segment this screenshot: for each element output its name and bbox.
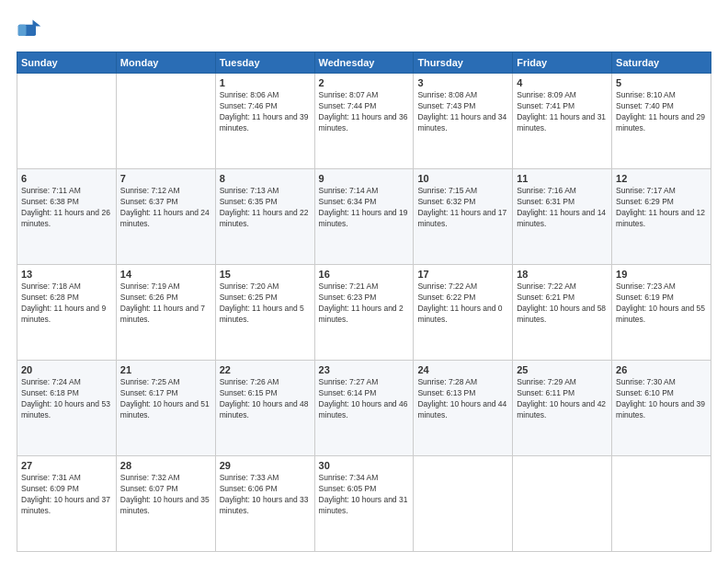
calendar-cell: 6Sunrise: 7:11 AM Sunset: 6:38 PM Daylig… — [17, 169, 117, 265]
day-info: Sunrise: 8:06 AM Sunset: 7:46 PM Dayligh… — [220, 90, 311, 134]
day-number: 28 — [120, 460, 211, 471]
day-info: Sunrise: 7:27 AM Sunset: 6:14 PM Dayligh… — [319, 377, 410, 421]
calendar-cell: 22Sunrise: 7:26 AM Sunset: 6:15 PM Dayli… — [215, 361, 314, 456]
weekday-header-row: SundayMondayTuesdayWednesdayThursdayFrid… — [17, 52, 711, 74]
calendar-cell: 7Sunrise: 7:12 AM Sunset: 6:37 PM Daylig… — [116, 169, 215, 265]
logo — [17, 17, 46, 42]
day-number: 4 — [517, 77, 608, 88]
weekday-header-sunday: Sunday — [17, 52, 117, 74]
weekday-header-tuesday: Tuesday — [215, 52, 314, 74]
calendar-cell: 1Sunrise: 8:06 AM Sunset: 7:46 PM Daylig… — [215, 74, 314, 169]
day-info: Sunrise: 7:33 AM Sunset: 6:06 PM Dayligh… — [220, 473, 311, 517]
day-info: Sunrise: 7:21 AM Sunset: 6:23 PM Dayligh… — [319, 282, 410, 326]
day-info: Sunrise: 7:29 AM Sunset: 6:11 PM Dayligh… — [517, 377, 608, 421]
svg-rect-2 — [18, 25, 27, 36]
calendar-cell: 21Sunrise: 7:25 AM Sunset: 6:17 PM Dayli… — [116, 361, 215, 456]
day-number: 12 — [616, 173, 707, 184]
logo-icon — [17, 17, 42, 42]
day-number: 30 — [319, 460, 410, 471]
day-number: 22 — [220, 364, 311, 375]
day-number: 8 — [220, 173, 311, 184]
day-number: 26 — [616, 364, 707, 375]
day-info: Sunrise: 8:10 AM Sunset: 7:40 PM Dayligh… — [616, 90, 707, 134]
day-number: 25 — [517, 364, 608, 375]
svg-marker-1 — [33, 20, 41, 27]
calendar-cell: 16Sunrise: 7:21 AM Sunset: 6:23 PM Dayli… — [314, 265, 414, 361]
day-number: 5 — [616, 77, 707, 88]
calendar-cell: 24Sunrise: 7:28 AM Sunset: 6:13 PM Dayli… — [414, 361, 513, 456]
calendar-cell: 18Sunrise: 7:22 AM Sunset: 6:21 PM Dayli… — [513, 265, 612, 361]
day-number: 20 — [21, 364, 112, 375]
day-number: 3 — [417, 77, 508, 88]
day-number: 14 — [120, 269, 211, 280]
day-number: 21 — [120, 364, 211, 375]
day-info: Sunrise: 7:24 AM Sunset: 6:18 PM Dayligh… — [21, 377, 112, 421]
calendar-cell: 4Sunrise: 8:09 AM Sunset: 7:41 PM Daylig… — [513, 74, 612, 169]
weekday-header-saturday: Saturday — [612, 52, 711, 74]
calendar-cell: 15Sunrise: 7:20 AM Sunset: 6:25 PM Dayli… — [215, 265, 314, 361]
week-row-5: 27Sunrise: 7:31 AM Sunset: 6:09 PM Dayli… — [17, 456, 711, 552]
day-number: 11 — [517, 173, 608, 184]
day-info: Sunrise: 7:22 AM Sunset: 6:21 PM Dayligh… — [517, 282, 608, 326]
week-row-1: 1Sunrise: 8:06 AM Sunset: 7:46 PM Daylig… — [17, 74, 711, 169]
day-info: Sunrise: 7:16 AM Sunset: 6:31 PM Dayligh… — [517, 186, 608, 230]
calendar-cell — [17, 74, 117, 169]
week-row-2: 6Sunrise: 7:11 AM Sunset: 6:38 PM Daylig… — [17, 169, 711, 265]
calendar-cell: 23Sunrise: 7:27 AM Sunset: 6:14 PM Dayli… — [314, 361, 414, 456]
day-info: Sunrise: 7:20 AM Sunset: 6:25 PM Dayligh… — [220, 282, 311, 326]
calendar-cell: 17Sunrise: 7:22 AM Sunset: 6:22 PM Dayli… — [414, 265, 513, 361]
day-info: Sunrise: 7:34 AM Sunset: 6:05 PM Dayligh… — [319, 473, 410, 517]
calendar-table: SundayMondayTuesdayWednesdayThursdayFrid… — [17, 52, 711, 552]
calendar-cell: 2Sunrise: 8:07 AM Sunset: 7:44 PM Daylig… — [314, 74, 414, 169]
day-info: Sunrise: 8:08 AM Sunset: 7:43 PM Dayligh… — [417, 90, 508, 134]
day-info: Sunrise: 7:31 AM Sunset: 6:09 PM Dayligh… — [21, 473, 112, 517]
week-row-4: 20Sunrise: 7:24 AM Sunset: 6:18 PM Dayli… — [17, 361, 711, 456]
day-number: 24 — [417, 364, 508, 375]
day-number: 29 — [220, 460, 311, 471]
calendar-cell: 11Sunrise: 7:16 AM Sunset: 6:31 PM Dayli… — [513, 169, 612, 265]
day-info: Sunrise: 8:09 AM Sunset: 7:41 PM Dayligh… — [517, 90, 608, 134]
day-number: 6 — [21, 173, 112, 184]
day-number: 19 — [616, 269, 707, 280]
day-number: 13 — [21, 269, 112, 280]
day-info: Sunrise: 7:25 AM Sunset: 6:17 PM Dayligh… — [120, 377, 211, 421]
calendar-cell — [116, 74, 215, 169]
weekday-header-monday: Monday — [116, 52, 215, 74]
day-number: 27 — [21, 460, 112, 471]
weekday-header-thursday: Thursday — [414, 52, 513, 74]
header — [17, 17, 711, 42]
calendar-cell: 20Sunrise: 7:24 AM Sunset: 6:18 PM Dayli… — [17, 361, 117, 456]
calendar-cell: 29Sunrise: 7:33 AM Sunset: 6:06 PM Dayli… — [215, 456, 314, 552]
calendar-cell: 26Sunrise: 7:30 AM Sunset: 6:10 PM Dayli… — [612, 361, 711, 456]
day-info: Sunrise: 7:14 AM Sunset: 6:34 PM Dayligh… — [319, 186, 410, 230]
day-info: Sunrise: 7:28 AM Sunset: 6:13 PM Dayligh… — [417, 377, 508, 421]
day-info: Sunrise: 7:18 AM Sunset: 6:28 PM Dayligh… — [21, 282, 112, 326]
weekday-header-friday: Friday — [513, 52, 612, 74]
day-number: 10 — [417, 173, 508, 184]
day-info: Sunrise: 7:23 AM Sunset: 6:19 PM Dayligh… — [616, 282, 707, 326]
calendar-cell: 5Sunrise: 8:10 AM Sunset: 7:40 PM Daylig… — [612, 74, 711, 169]
day-number: 16 — [319, 269, 410, 280]
calendar-cell — [513, 456, 612, 552]
calendar-cell: 25Sunrise: 7:29 AM Sunset: 6:11 PM Dayli… — [513, 361, 612, 456]
day-info: Sunrise: 7:13 AM Sunset: 6:35 PM Dayligh… — [220, 186, 311, 230]
calendar-cell: 3Sunrise: 8:08 AM Sunset: 7:43 PM Daylig… — [414, 74, 513, 169]
day-info: Sunrise: 7:15 AM Sunset: 6:32 PM Dayligh… — [417, 186, 508, 230]
day-info: Sunrise: 8:07 AM Sunset: 7:44 PM Dayligh… — [319, 90, 410, 134]
calendar-cell — [414, 456, 513, 552]
day-info: Sunrise: 7:19 AM Sunset: 6:26 PM Dayligh… — [120, 282, 211, 326]
day-number: 1 — [220, 77, 311, 88]
page: SundayMondayTuesdayWednesdayThursdayFrid… — [0, 0, 728, 563]
day-number: 18 — [517, 269, 608, 280]
calendar-cell: 19Sunrise: 7:23 AM Sunset: 6:19 PM Dayli… — [612, 265, 711, 361]
week-row-3: 13Sunrise: 7:18 AM Sunset: 6:28 PM Dayli… — [17, 265, 711, 361]
calendar-cell: 28Sunrise: 7:32 AM Sunset: 6:07 PM Dayli… — [116, 456, 215, 552]
day-number: 23 — [319, 364, 410, 375]
calendar-cell: 30Sunrise: 7:34 AM Sunset: 6:05 PM Dayli… — [314, 456, 414, 552]
day-number: 9 — [319, 173, 410, 184]
day-info: Sunrise: 7:30 AM Sunset: 6:10 PM Dayligh… — [616, 377, 707, 421]
day-info: Sunrise: 7:17 AM Sunset: 6:29 PM Dayligh… — [616, 186, 707, 230]
calendar-cell: 27Sunrise: 7:31 AM Sunset: 6:09 PM Dayli… — [17, 456, 117, 552]
day-info: Sunrise: 7:12 AM Sunset: 6:37 PM Dayligh… — [120, 186, 211, 230]
day-info: Sunrise: 7:32 AM Sunset: 6:07 PM Dayligh… — [120, 473, 211, 517]
